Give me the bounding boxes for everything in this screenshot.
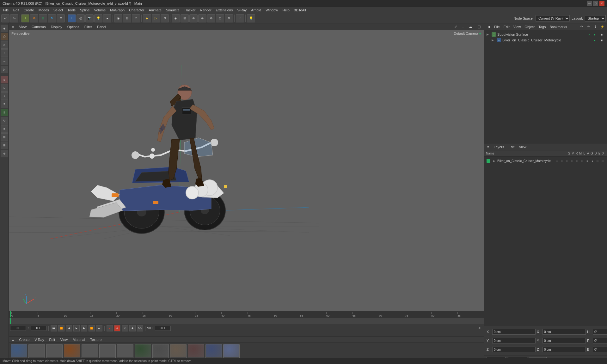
coord-x2-input[interactable] — [543, 329, 586, 335]
left-tool-spline[interactable]: ∿ — [1, 58, 8, 65]
new-camera-button[interactable]: 📷 — [85, 14, 94, 22]
coord-p-input[interactable] — [593, 338, 607, 343]
biker-render-btn[interactable]: ◉ — [599, 37, 604, 43]
motion-path-button[interactable]: ▷▷ — [137, 325, 143, 331]
menu-tracker[interactable]: Tracker — [182, 8, 198, 13]
end-frame-input[interactable] — [155, 326, 171, 331]
render-active-button[interactable]: ▷ — [152, 14, 160, 22]
menu-modes[interactable]: Modes — [37, 8, 51, 13]
om-object-menu[interactable]: Object — [523, 24, 536, 29]
left-tool-anim[interactable]: ▷ — [1, 66, 8, 73]
mat-menu-vray[interactable]: V-Ray — [33, 337, 45, 342]
start-frame-input[interactable] — [31, 326, 46, 331]
mat-menu-icon[interactable]: ≡ — [11, 337, 15, 342]
keyframe-icon-button[interactable]: ◆ — [129, 325, 136, 331]
menu-render[interactable]: Render — [198, 8, 213, 13]
instance-button[interactable]: ⊚ — [207, 14, 215, 22]
menu-create[interactable]: Create — [22, 8, 36, 13]
om-tags-menu[interactable]: Tags — [537, 24, 547, 29]
mograph-button[interactable]: ⊛ — [225, 14, 233, 22]
knife-button[interactable]: ⌇ — [236, 14, 244, 22]
select-tool-button[interactable]: ✛ — [21, 14, 29, 22]
viewport-menu-icon[interactable]: ≡ — [11, 24, 15, 29]
tree-item-biker[interactable]: ▶ ◈ Biker_on_Classic_Cruiser_Motorcycle … — [485, 37, 606, 43]
om-icon-2[interactable]: ↷ — [586, 24, 591, 30]
timeline-playhead[interactable] — [10, 311, 11, 318]
left-tool-10[interactable]: ⊛ — [1, 150, 8, 157]
node-space-select[interactable]: Current (V-Ray) — [536, 15, 570, 21]
maximize-button[interactable]: □ — [593, 1, 598, 6]
boole-button[interactable]: ⊕ — [189, 14, 198, 22]
menu-arnold[interactable]: Arnold — [249, 8, 263, 13]
new-null-button[interactable]: ◎ — [77, 14, 85, 22]
layers-menu[interactable]: Layers — [492, 144, 505, 149]
menu-help[interactable]: Help — [280, 8, 291, 13]
cloner-button[interactable]: ⊡ — [216, 14, 224, 22]
om-bookmarks-menu[interactable]: Bookmarks — [548, 24, 568, 29]
mat-menu-edit[interactable]: Edit — [48, 337, 56, 342]
viewport-panel-menu[interactable]: Panel — [96, 24, 107, 29]
menu-volume[interactable]: Volume — [92, 8, 108, 13]
rotate-tool-button[interactable]: ↻ — [48, 14, 56, 22]
go-to-start-button[interactable]: ⏮ — [51, 325, 57, 331]
viewport-layout-icon[interactable]: ◫ — [476, 24, 482, 29]
array-button[interactable]: ⊞ — [181, 14, 189, 22]
om-edit-menu[interactable]: Edit — [502, 24, 511, 29]
new-sky-button[interactable]: ☁ — [103, 14, 111, 22]
menu-edit[interactable]: Edit — [11, 8, 21, 13]
viewport-expand-icon[interactable]: ⤢ — [453, 24, 458, 29]
coord-z-input[interactable] — [492, 347, 536, 352]
tree-item-subdivision[interactable]: ▶ ⬡ Subdivision Surface ✓ ● ◉ — [485, 32, 606, 37]
om-icon-1[interactable]: ↶ — [579, 24, 584, 30]
minimize-button[interactable]: — — [587, 1, 592, 6]
menu-select[interactable]: Select — [52, 8, 65, 13]
viewport-cloud-icon[interactable]: ☁ — [468, 24, 474, 29]
selection-button[interactable]: ◉ — [114, 14, 122, 22]
lasso-select-button[interactable]: ⊂ — [132, 14, 140, 22]
deform-button[interactable]: ◈ — [172, 14, 180, 22]
render-view-button[interactable]: ▶ — [143, 14, 151, 22]
prev-key-button[interactable]: ⏪ — [58, 325, 64, 331]
left-tool-6[interactable]: ↻ — [1, 117, 8, 124]
layers-icon-menu[interactable]: ≡ — [486, 144, 490, 149]
viewport-display-menu[interactable]: Display — [50, 24, 64, 29]
new-light-button[interactable]: 💡 — [94, 14, 102, 22]
light-bulb-button[interactable]: 💡 — [247, 14, 255, 22]
menu-animate[interactable]: Animate — [147, 8, 163, 13]
transform-tool-button[interactable]: ⟲ — [57, 14, 65, 22]
viewport-options-menu[interactable]: Options — [66, 24, 81, 29]
om-icon-3[interactable]: ↧ — [592, 24, 598, 30]
left-tool-4[interactable]: S — [1, 100, 8, 108]
play-button[interactable]: ▶ — [73, 325, 80, 331]
viewport-canvas[interactable]: Perspective Default Camera ● Grid Spacin… — [9, 30, 484, 311]
current-frame-input[interactable] — [10, 326, 26, 331]
add-object-button[interactable]: + — [68, 14, 76, 22]
connect-button[interactable]: ⊗ — [198, 14, 206, 22]
close-button[interactable]: ✕ — [599, 1, 604, 6]
undo-button[interactable]: ↩ — [1, 14, 9, 22]
menu-extensions[interactable]: Extensions — [214, 8, 235, 13]
move-tool-button[interactable]: ⊕ — [30, 14, 38, 22]
timeline-ruler[interactable]: 051015202530354045505560657075808590 — [9, 311, 484, 318]
viewport-filter-menu[interactable]: Filter — [83, 24, 93, 29]
left-tool-model[interactable]: ◈ — [1, 25, 8, 32]
left-tool-2[interactable]: L — [1, 84, 8, 92]
menu-mograph[interactable]: MoGraph — [108, 8, 126, 13]
next-frame-button[interactable]: ▶ — [81, 325, 87, 331]
left-tool-8[interactable]: ⊞ — [1, 133, 8, 141]
scale-tool-button[interactable]: ⊞ — [39, 14, 47, 22]
left-tool-5[interactable]: S — [1, 109, 8, 116]
menu-character[interactable]: Character — [127, 8, 146, 13]
layout-select[interactable]: Startup — [585, 15, 606, 21]
subdivision-vis-btn[interactable]: ● — [592, 32, 598, 37]
left-tool-edge[interactable]: ◇ — [1, 41, 8, 49]
menu-spline[interactable]: Spline — [78, 8, 92, 13]
subdivision-render-btn[interactable]: ◉ — [599, 32, 604, 37]
biker-vis-btn[interactable]: ● — [592, 37, 598, 43]
viewport-down-icon[interactable]: ↓ — [461, 24, 465, 29]
redo-button[interactable]: ↪ — [10, 14, 18, 22]
coord-y2-input[interactable] — [543, 338, 586, 343]
panel-icon-left[interactable]: ◀ — [486, 24, 492, 30]
left-tool-1[interactable]: S — [1, 76, 8, 83]
left-tool-point[interactable]: • — [1, 49, 8, 57]
